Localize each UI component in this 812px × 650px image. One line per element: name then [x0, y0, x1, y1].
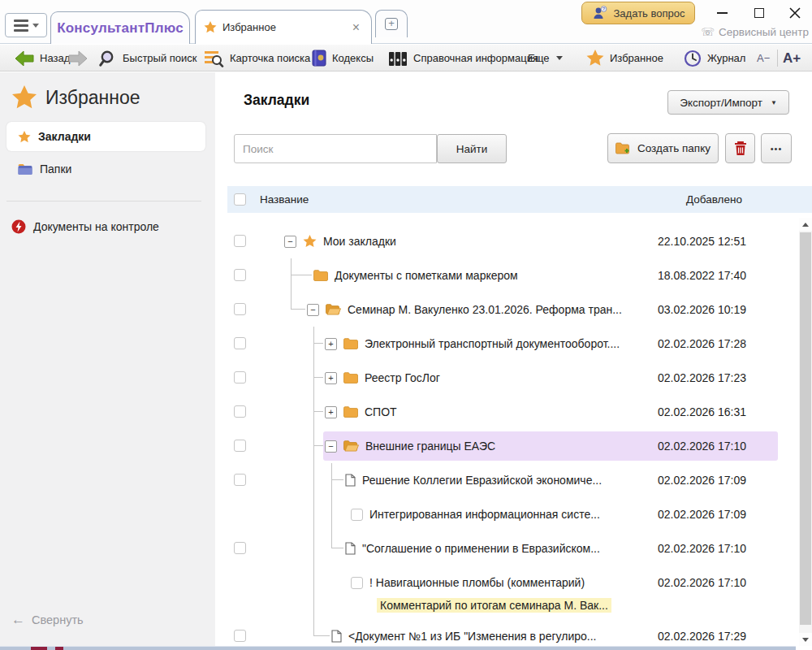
- row-name[interactable]: ! Навигационные пломбы (комментарий): [369, 576, 585, 589]
- plus-icon: +: [385, 18, 398, 30]
- row-checkbox[interactable]: [351, 509, 363, 521]
- row-content: +СПОТ: [325, 395, 397, 429]
- search-card-button[interactable]: Карточка поиска: [205, 45, 310, 72]
- row-checkbox[interactable]: [234, 371, 246, 384]
- codes-book-icon: [312, 50, 326, 67]
- row-content: "Соглашение о применении в Евразийском..…: [345, 531, 600, 566]
- new-tab-button[interactable]: +: [375, 10, 408, 37]
- find-button[interactable]: Найти: [437, 134, 507, 163]
- clock-icon: [684, 50, 702, 67]
- sidebar-item-control-docs[interactable]: Документы на контроле: [6, 212, 209, 241]
- row-checkbox[interactable]: [234, 542, 246, 554]
- tree-row[interactable]: −Семинар М. Вакуленко 23.01.2026. Реформ…: [227, 292, 799, 327]
- main-menu-button[interactable]: [5, 13, 47, 37]
- close-button[interactable]: [783, 3, 807, 23]
- more-menu-button[interactable]: Еще: [528, 45, 563, 72]
- folder-icon: [343, 372, 358, 384]
- app-logo-tab[interactable]: КонсультантПлюс: [50, 11, 190, 44]
- collapse-sidebar-button[interactable]: ← Свернуть: [11, 612, 84, 628]
- tree-row[interactable]: Решение Коллегии Евразийской экономиче..…: [227, 463, 799, 497]
- main-panel: Закладки Экспорт/Импорт ▼ Найти Создать …: [215, 72, 812, 646]
- row-name[interactable]: "Соглашение о применении в Евразийском..…: [362, 542, 600, 555]
- expand-toggle[interactable]: +: [325, 406, 337, 418]
- more-actions-button[interactable]: •••: [761, 133, 792, 163]
- tree-row[interactable]: Интегрированная информационная систе...0…: [227, 497, 799, 531]
- star-icon: [204, 21, 217, 33]
- tree-row[interactable]: +СПОТ02.02.2026 16:31: [227, 395, 799, 429]
- scroll-up-button[interactable]: [799, 218, 812, 231]
- journal-button[interactable]: Журнал: [684, 45, 745, 72]
- chevron-down-icon: ▼: [771, 99, 777, 106]
- sidebar-item-label: Документы на контроле: [33, 220, 159, 233]
- expand-toggle[interactable]: +: [325, 372, 337, 384]
- ask-question-button[interactable]: ? Задать вопрос: [581, 2, 695, 24]
- tree-row[interactable]: −Внешние границы ЕАЭС02.02.2026 17:10: [227, 429, 799, 463]
- vertical-scrollbar[interactable]: [799, 218, 812, 646]
- codes-button[interactable]: Кодексы: [312, 45, 374, 72]
- font-bigger-button[interactable]: А+: [783, 45, 801, 72]
- back-button[interactable]: Назад: [15, 45, 70, 72]
- row-checkbox[interactable]: [234, 440, 246, 452]
- tab-favorites[interactable]: Избранное ×: [195, 10, 372, 44]
- delete-button[interactable]: [725, 133, 755, 163]
- export-import-button[interactable]: Экспорт/Импорт ▼: [667, 90, 789, 115]
- quick-search-button[interactable]: Быстрый поиск: [99, 45, 197, 72]
- tree-row[interactable]: +Электронный транспортный документооборо…: [227, 327, 799, 361]
- tree-row[interactable]: Документы с пометками маркером18.08.2022…: [227, 258, 799, 292]
- row-name[interactable]: Решение Коллегии Евразийской экономиче..…: [362, 474, 602, 487]
- search-input[interactable]: [234, 134, 437, 163]
- expand-toggle[interactable]: +: [325, 338, 337, 350]
- row-content: <Документ №1 из ИБ "Изменения в регулиро…: [331, 619, 596, 646]
- left-arrow-icon: ←: [11, 612, 25, 628]
- row-name[interactable]: СПОТ: [365, 405, 397, 418]
- quick-search-label: Быстрый поиск: [123, 52, 197, 64]
- row-checkbox[interactable]: [234, 405, 246, 418]
- row-checkbox[interactable]: [234, 235, 246, 247]
- reference-info-button[interactable]: Справочная информация: [388, 45, 538, 72]
- minimize-button[interactable]: [710, 3, 734, 23]
- sidebar-item-bookmarks[interactable]: Закладки: [6, 122, 205, 151]
- service-center-link[interactable]: ☏ Сервисный центр: [701, 25, 809, 38]
- star-icon: [303, 235, 317, 248]
- forward-button[interactable]: [68, 45, 88, 72]
- create-folder-button[interactable]: Создать папку: [607, 133, 719, 163]
- scroll-down-button[interactable]: [799, 633, 812, 646]
- row-checkbox[interactable]: [234, 303, 246, 315]
- row-name[interactable]: Документы с пометками маркером: [335, 269, 518, 282]
- collapse-toggle[interactable]: −: [307, 304, 319, 316]
- row-name[interactable]: Мои закладки: [323, 235, 396, 248]
- row-checkbox[interactable]: [234, 269, 246, 281]
- row-name[interactable]: Реестр ГосЛог: [365, 371, 440, 384]
- collapse-toggle[interactable]: −: [284, 236, 296, 248]
- favorites-button[interactable]: Избранное: [586, 45, 663, 72]
- row-date-added: 03.02.2026 10:19: [658, 292, 746, 327]
- row-name[interactable]: <Документ №1 из ИБ "Изменения в регулиро…: [348, 630, 596, 643]
- row-date-added: 02.02.2026 17:09: [658, 463, 746, 497]
- close-tab-icon[interactable]: ×: [349, 20, 363, 35]
- tree-row[interactable]: "Соглашение о применении в Евразийском..…: [227, 531, 799, 566]
- maximize-button[interactable]: [747, 3, 771, 23]
- row-name[interactable]: Электронный транспортный документооборот…: [365, 337, 620, 350]
- tree-row[interactable]: ! Навигационные пломбы (комментарий)02.0…: [227, 566, 799, 619]
- row-date-added: 02.02.2026 17:10: [658, 429, 746, 463]
- collapse-toggle[interactable]: −: [325, 440, 337, 453]
- scrollbar-thumb[interactable]: [800, 232, 811, 625]
- row-name[interactable]: Интегрированная информационная систе...: [369, 508, 600, 521]
- row-checkbox[interactable]: [234, 630, 246, 642]
- row-date-added: 18.08.2022 17:40: [658, 258, 746, 292]
- tree-row[interactable]: −Мои закладки22.10.2025 12:51: [227, 224, 799, 258]
- favorites-label: Избранное: [610, 52, 663, 64]
- row-checkbox[interactable]: [234, 474, 246, 486]
- tree-row[interactable]: <Документ №1 из ИБ "Изменения в регулиро…: [227, 619, 799, 646]
- row-name[interactable]: Внешние границы ЕАЭС: [365, 440, 495, 453]
- row-date-added: 02.02.2026 17:10: [658, 566, 746, 600]
- row-checkbox[interactable]: [234, 337, 246, 349]
- row-checkbox[interactable]: [351, 577, 363, 589]
- row-content: ! Навигационные пломбы (комментарий): [351, 566, 585, 600]
- document-icon: [345, 542, 356, 555]
- row-name[interactable]: Семинар М. Вакуленко 23.01.2026. Реформа…: [348, 303, 622, 316]
- tree-row[interactable]: +Реестр ГосЛог02.02.2026 17:23: [227, 361, 799, 395]
- sidebar-item-folders[interactable]: Папки: [6, 154, 205, 184]
- select-all-checkbox[interactable]: [234, 193, 246, 206]
- font-smaller-button[interactable]: А−: [757, 45, 770, 72]
